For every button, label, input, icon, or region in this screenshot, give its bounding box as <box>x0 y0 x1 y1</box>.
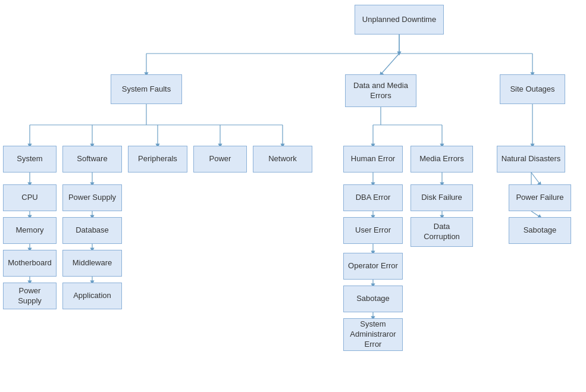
svg-line-4 <box>381 54 399 74</box>
node-unplanned-downtime: Unplanned Downtime <box>355 5 444 35</box>
node-network: Network <box>253 146 312 173</box>
node-natural-disasters: Natural Disasters <box>497 146 565 173</box>
node-data-media-errors: Data and Media Errors <box>345 74 416 107</box>
node-human-error: Human Error <box>343 146 403 173</box>
node-power-failure: Power Failure <box>509 184 571 211</box>
node-memory: Memory <box>3 217 57 244</box>
svg-line-35 <box>531 211 540 217</box>
node-sabotage-s: Sabotage <box>509 217 571 244</box>
diagram: Unplanned Downtime System Faults Data an… <box>0 0 586 392</box>
node-data-corruption: Data Corruption <box>410 217 473 247</box>
node-power: Power <box>193 146 247 173</box>
node-cpu: CPU <box>3 184 57 211</box>
node-disk-failure: Disk Failure <box>410 184 473 211</box>
node-system: System <box>3 146 57 173</box>
node-application: Application <box>62 283 122 309</box>
node-media-errors: Media Errors <box>410 146 473 173</box>
node-peripherals: Peripherals <box>128 146 187 173</box>
node-motherboard: Motherboard <box>3 250 57 277</box>
node-user-error: User Error <box>343 217 403 244</box>
svg-line-34 <box>531 173 540 184</box>
node-middleware: Middleware <box>62 250 122 277</box>
node-operator-error: Operator Error <box>343 253 403 280</box>
node-system-faults: System Faults <box>111 74 182 104</box>
node-sys-admin-error: System Administraror Error <box>343 318 403 351</box>
node-software: Software <box>62 146 122 173</box>
node-power-supply2: Power Supply <box>3 283 57 309</box>
node-database: Database <box>62 217 122 244</box>
node-power-supply-s: Power Supply <box>62 184 122 211</box>
node-site-outages: Site Outages <box>500 74 565 104</box>
node-dba-error: DBA Error <box>343 184 403 211</box>
node-sabotage-h: Sabotage <box>343 286 403 312</box>
